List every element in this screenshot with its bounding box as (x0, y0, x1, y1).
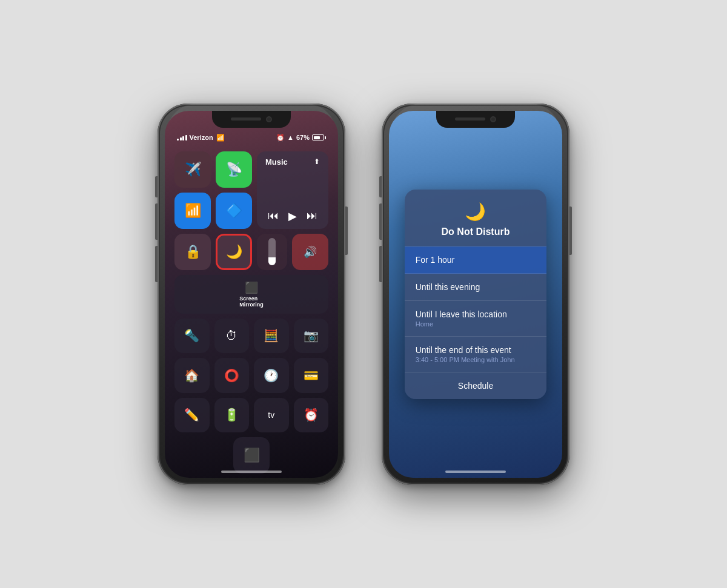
airplane-mode-button[interactable]: ✈️ (174, 151, 211, 188)
qr-button[interactable]: ⬛ (233, 437, 270, 474)
phone-2-screen: 🌙 Do Not Disturb For 1 hour Until this e… (389, 111, 562, 478)
music-block: Music ⬆ ⏮ ▶ ⏭ (257, 151, 328, 229)
dnd-screen: 🌙 Do Not Disturb For 1 hour Until this e… (389, 111, 562, 478)
dnd-event-sublabel: 3:40 - 5:00 PM Meeting with John (416, 356, 536, 363)
clock-icon: 🕐 (264, 368, 279, 383)
airplane-icon: ✈️ (185, 162, 201, 177)
dnd-schedule-button[interactable]: Schedule (405, 372, 547, 399)
mute-switch-2 (379, 176, 382, 197)
screen-mirroring-button[interactable]: ⬛ ScreenMirroring (174, 275, 328, 314)
bluetooth-button[interactable]: 🔷 (216, 193, 252, 229)
dnd-moon-icon: 🌙 (465, 202, 486, 222)
battery-icon (312, 134, 326, 140)
dnd-until-event[interactable]: Until the end of this event 3:40 - 5:00 … (405, 337, 547, 372)
signal-icon (177, 134, 187, 140)
cellular-icon: 📡 (226, 162, 242, 177)
mute-switch (155, 176, 158, 197)
calculator-button[interactable]: 🧮 (254, 319, 289, 354)
home-button[interactable]: 🏠 (174, 358, 210, 393)
cc-apps-row-2: 🏠 ⭕ 🕐 💳 (174, 358, 328, 393)
battery-fill (314, 136, 320, 139)
speaker (231, 117, 261, 121)
battery-widget-button[interactable]: 🔋 (214, 398, 250, 433)
play-button[interactable]: ▶ (288, 210, 297, 223)
volume-up-button-2[interactable] (379, 203, 382, 240)
do-not-disturb-2-button[interactable]: ⭕ (214, 358, 250, 393)
signal-bar-2 (180, 137, 182, 140)
clock-button[interactable]: 🕐 (254, 358, 289, 393)
cc-apps-row-1: 🔦 ⏱ 🧮 📷 (174, 319, 328, 354)
calculator-icon: 🧮 (264, 328, 279, 343)
flashlight-button[interactable]: 🔦 (174, 319, 210, 354)
airplay-icon[interactable]: ⬆ (314, 157, 320, 166)
rotation-lock-icon: 🔒 (185, 244, 201, 260)
battery-body (312, 134, 324, 140)
cc-row-1: ✈️ 📡 📶 🔷 (174, 151, 328, 229)
carrier-name: Verizon (190, 134, 213, 141)
dnd-popup: 🌙 Do Not Disturb For 1 hour Until this e… (405, 190, 547, 399)
rotation-lock-button[interactable]: 🔒 (174, 234, 211, 270)
cc-bottom-row: ⬛ (174, 437, 328, 474)
flashlight-icon: 🔦 (184, 328, 199, 343)
location-icon: ▲ (287, 134, 294, 141)
wallet-button[interactable]: 💳 (294, 358, 329, 393)
dnd-until-location[interactable]: Until I leave this location Home (405, 301, 547, 337)
volume-down-button-2[interactable] (379, 246, 382, 282)
cellular-button[interactable]: 📡 (216, 151, 252, 188)
next-button[interactable]: ⏭ (307, 210, 317, 222)
dnd-for-1-hour-label: For 1 hour (416, 255, 455, 265)
power-button[interactable] (345, 206, 348, 255)
wifi-icon-btn: 📶 (185, 203, 201, 219)
camera-icon: 📷 (304, 328, 319, 343)
prev-button[interactable]: ⏮ (268, 210, 279, 222)
connectivity-grid: ✈️ 📡 📶 🔷 (174, 151, 252, 229)
dnd-schedule-label: Schedule (458, 381, 493, 391)
home-icon: 🏠 (184, 368, 199, 383)
alarm-icon: ⏰ (276, 134, 285, 142)
music-title: Music (265, 157, 288, 167)
dnd-for-1-hour[interactable]: For 1 hour (405, 246, 547, 274)
speaker-2 (455, 117, 485, 121)
circle-icon: ⭕ (224, 368, 239, 383)
screen-mirror-icon: ⬛ (245, 281, 258, 294)
volume-button[interactable]: 🔊 (292, 234, 328, 270)
volume-down-button[interactable] (155, 246, 158, 282)
apple-tv-button[interactable]: tv (254, 398, 289, 433)
music-controls: ⏮ ▶ ⏭ (265, 210, 320, 223)
camera-button[interactable]: 📷 (294, 319, 329, 354)
do-not-disturb-button[interactable]: 🌙 (216, 234, 252, 270)
moon-icon: 🌙 (226, 244, 242, 260)
control-center-screen: Verizon 📶 ⏰ ▲ 67% (165, 111, 338, 478)
notch (212, 111, 291, 128)
phone-1-screen: Verizon 📶 ⏰ ▲ 67% (165, 111, 338, 478)
alarm-icon-btn: ⏰ (304, 408, 319, 422)
phone-1-frame: Verizon 📶 ⏰ ▲ 67% (158, 104, 345, 485)
battery-widget-icon: 🔋 (224, 408, 239, 422)
home-indicator-2 (445, 471, 506, 473)
wifi-icon: 📶 (216, 134, 225, 142)
timer-button[interactable]: ⏱ (214, 319, 250, 354)
screen-record-button[interactable]: ✏️ (174, 398, 210, 433)
dnd-until-evening-label: Until this evening (416, 282, 480, 292)
timer-icon: ⏱ (225, 329, 237, 343)
control-center-grid: ✈️ 📡 📶 🔷 (165, 147, 338, 478)
phone-2-frame: 🌙 Do Not Disturb For 1 hour Until this e… (382, 104, 569, 485)
power-button-2[interactable] (569, 206, 572, 255)
wifi-button[interactable]: 📶 (174, 193, 211, 229)
status-right: ⏰ ▲ 67% (276, 134, 326, 142)
signal-bar-1 (177, 139, 179, 140)
dnd-until-event-label: Until the end of this event (416, 345, 511, 355)
camera-2 (490, 116, 496, 122)
volume-up-button[interactable] (155, 203, 158, 240)
dnd-until-location-label: Until I leave this location (416, 309, 507, 319)
volume-icon: 🔊 (304, 245, 317, 259)
alarm-button[interactable]: ⏰ (294, 398, 329, 433)
dnd-until-evening[interactable]: Until this evening (405, 274, 547, 301)
brightness-fill (268, 238, 276, 265)
cc-row-3: ⬛ ScreenMirroring (174, 275, 328, 314)
status-left: Verizon 📶 (177, 134, 225, 142)
notch-2 (436, 111, 515, 128)
cc-row-2: 🔒 🌙 🔊 (174, 234, 328, 270)
dnd-header: 🌙 Do Not Disturb (405, 190, 547, 246)
brightness-slider[interactable] (257, 234, 287, 270)
